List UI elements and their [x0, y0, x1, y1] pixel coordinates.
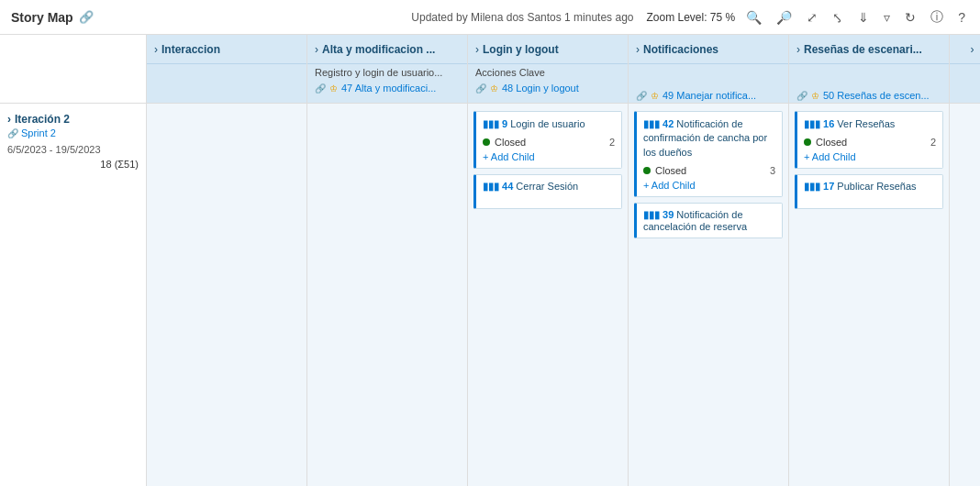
- card-44-title: ▮▮▮ 44 Cerrar Sesión: [483, 181, 615, 193]
- date-range: 6/5/2023 - 19/5/2023: [7, 144, 139, 155]
- app-title: Story Map: [11, 10, 73, 25]
- content-col-resenas: ▮▮▮ 16 Ver Reseñas Closed 2 + Add Child …: [789, 104, 950, 486]
- card-16-status: Closed 2: [804, 137, 936, 148]
- link-icon-notif: 🔗: [636, 91, 647, 101]
- col-badge-notif: 🔗 ♔ 49 Manejar notifica...: [629, 84, 788, 103]
- card-9[interactable]: ▮▮▮ 9 Login de usuario Closed 2 + Add Ch…: [473, 111, 622, 169]
- fit-height-btn[interactable]: ⤣: [829, 8, 847, 27]
- crown-icon-login: ♔: [490, 83, 498, 94]
- app-title-area: Story Map 🔗: [11, 10, 94, 25]
- card-16-count: 2: [930, 137, 936, 148]
- col-header-top-login: › Login y logout: [468, 35, 628, 64]
- col-header-login: › Login y logout Acciones Clave 🔗 ♔ 48 L…: [468, 35, 629, 103]
- card-42-num: ▮▮▮ 42: [643, 118, 676, 129]
- col-expand-alta[interactable]: ›: [315, 43, 318, 56]
- filter-btn[interactable]: ▿: [880, 8, 894, 27]
- card-16-add-child[interactable]: + Add Child: [804, 151, 936, 162]
- top-bar: Story Map 🔗 Updated by Milena dos Santos…: [0, 0, 980, 35]
- badge-num-resenas[interactable]: 50 Reseñas de escen...: [823, 90, 930, 101]
- status-dot-9: [483, 138, 490, 146]
- col-header-notificaciones: › Notificaciones 🔗 ♔ 49 Manejar notifica…: [629, 35, 789, 103]
- card-39-num: ▮▮▮ 39: [643, 209, 676, 220]
- zoom-in-btn[interactable]: 🔍: [742, 8, 765, 27]
- col-expand-login[interactable]: ›: [475, 43, 479, 56]
- card-16-title: ▮▮▮ 16 Ver Reseñas: [804, 117, 936, 131]
- col-sub-alta: Registro y login de usuario...: [307, 64, 467, 81]
- col-sub-login: Acciones Clave: [468, 64, 628, 81]
- help-btn[interactable]: ?: [954, 8, 969, 27]
- share-icon[interactable]: 🔗: [79, 10, 94, 24]
- card-17-num: ▮▮▮ 17: [804, 181, 837, 192]
- fit-width-btn[interactable]: ⤢: [803, 8, 821, 27]
- card-44-num: ▮▮▮ 44: [483, 181, 516, 192]
- col-badge-login: 🔗 ♔ 48 Login y logout: [468, 81, 628, 95]
- card-17-text: Publicar Reseñas: [837, 181, 916, 192]
- badge-num-alta[interactable]: 47 Alta y modificaci...: [341, 83, 436, 94]
- card-9-num: ▮▮▮ 9: [483, 118, 510, 129]
- col-badge-resenas: 🔗 ♔ 50 Reseñas de escen...: [789, 84, 949, 103]
- col-header-last: ›: [950, 35, 980, 103]
- zoom-out-btn[interactable]: 🔎: [773, 8, 796, 27]
- col-header-resenas: › Reseñas de escenari... 🔗 ♔ 50 Reseñas …: [789, 35, 950, 103]
- sprint-label: 🔗 Sprint 2: [7, 127, 139, 138]
- header-row: › Interaccion › Alta y modificacion ... …: [0, 35, 980, 104]
- card-42-title: ▮▮▮ 42 Notificación de confirmación de c…: [643, 117, 775, 160]
- zoom-controls: Zoom Level: 75 % 🔍 🔎 ⤢ ⤣ ⇓ ▿ ↻ ⓘ ?: [646, 7, 969, 28]
- crown-icon-alta: ♔: [329, 83, 338, 94]
- content-col-last: [950, 104, 980, 486]
- card-42[interactable]: ▮▮▮ 42 Notificación de confirmación de c…: [634, 111, 783, 197]
- card-44[interactable]: ▮▮▮ 44 Cerrar Sesión: [473, 174, 622, 209]
- download-btn[interactable]: ⇓: [854, 8, 873, 27]
- card-42-count: 3: [770, 165, 775, 176]
- expand-iteration-icon[interactable]: ›: [7, 113, 11, 126]
- content-col-notificaciones: ▮▮▮ 42 Notificación de confirmación de c…: [629, 104, 789, 486]
- col-expand-last[interactable]: ›: [971, 43, 974, 56]
- link-icon-resenas: 🔗: [796, 91, 807, 101]
- main-area: › Iteración 2 🔗 Sprint 2 6/5/2023 - 19/5…: [0, 104, 980, 486]
- card-9-title: ▮▮▮ 9 Login de usuario: [483, 117, 615, 131]
- col-expand-notif[interactable]: ›: [636, 43, 640, 56]
- link-icon-alta: 🔗: [315, 83, 326, 94]
- sprint-link-icon: 🔗: [7, 128, 18, 138]
- col-expand-resenas[interactable]: ›: [796, 43, 800, 56]
- status-dot-42: [643, 167, 651, 174]
- row-label-header: [0, 35, 147, 103]
- iteration-title: › Iteración 2: [7, 113, 139, 126]
- col-header-interaccion: › Interaccion: [147, 35, 307, 103]
- content-col-login: ▮▮▮ 9 Login de usuario Closed 2 + Add Ch…: [468, 104, 629, 486]
- refresh-btn[interactable]: ↻: [901, 8, 919, 27]
- card-44-text: Cerrar Sesión: [516, 181, 578, 192]
- badge-num-login[interactable]: 48 Login y logout: [502, 83, 579, 94]
- col-title-resenas: Reseñas de escenari...: [804, 43, 941, 56]
- card-39[interactable]: ▮▮▮ 39 Notificación de cancelación de re…: [634, 203, 783, 238]
- card-39-title: ▮▮▮ 39 Notificación de cancelación de re…: [643, 209, 775, 232]
- link-icon-login: 🔗: [475, 83, 486, 94]
- col-header-top-alta: › Alta y modificacion ...: [307, 35, 467, 64]
- col-title-login: Login y logout: [483, 43, 620, 56]
- info-btn[interactable]: ⓘ: [927, 7, 947, 28]
- col-title-interaccion: Interaccion: [161, 43, 299, 56]
- card-17[interactable]: ▮▮▮ 17 Publicar Reseñas: [795, 174, 943, 209]
- content-col-alta: [307, 104, 468, 486]
- card-9-text: Login de usuario: [510, 118, 585, 129]
- col-header-top-interaccion: › Interaccion: [147, 35, 306, 64]
- card-16[interactable]: ▮▮▮ 16 Ver Reseñas Closed 2 + Add Child: [795, 111, 943, 169]
- col-expand-interaccion[interactable]: ›: [154, 43, 158, 56]
- col-header-top-resenas: › Reseñas de escenari...: [789, 35, 949, 64]
- col-title-alta: Alta y modificacion ...: [322, 43, 460, 56]
- card-42-status: Closed 3: [643, 165, 775, 176]
- iteration-name: Iteración 2: [15, 113, 70, 126]
- sum-label: 18 (Σ51): [7, 159, 139, 170]
- content-col-interaccion: [147, 104, 307, 486]
- card-42-add-child[interactable]: + Add Child: [643, 180, 775, 191]
- col-badge-alta: 🔗 ♔ 47 Alta y modificaci...: [307, 81, 467, 95]
- col-header-alta: › Alta y modificacion ... Registro y log…: [307, 35, 468, 103]
- left-panel: › Iteración 2 🔗 Sprint 2 6/5/2023 - 19/5…: [0, 104, 147, 486]
- sprint-name[interactable]: Sprint 2: [21, 127, 56, 138]
- zoom-label: Zoom Level: 75 %: [646, 11, 735, 24]
- toolbar: Updated by Milena dos Santos 1 minutes a…: [411, 7, 969, 28]
- card-9-add-child[interactable]: + Add Child: [483, 151, 615, 162]
- card-17-title: ▮▮▮ 17 Publicar Reseñas: [804, 181, 936, 193]
- badge-num-notif[interactable]: 49 Manejar notifica...: [663, 90, 756, 101]
- card-9-status: Closed 2: [483, 137, 615, 148]
